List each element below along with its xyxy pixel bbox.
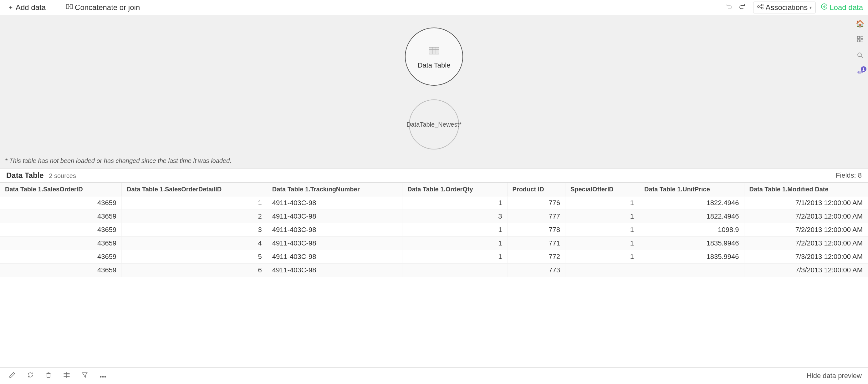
table-cell: 771 (507, 237, 565, 250)
svg-point-28 (104, 376, 106, 378)
table-cell: 1 (565, 237, 639, 250)
home-icon: 🏠 (856, 20, 864, 28)
associations-label: Associations (765, 3, 808, 12)
table-cell: 43659 (0, 250, 122, 264)
svg-line-15 (861, 56, 863, 58)
table-cell: 3 (402, 210, 507, 223)
svg-line-7 (760, 7, 761, 8)
table-cell: 1 (402, 250, 507, 264)
table-cell: 4911-403C-98 (267, 250, 402, 264)
svg-point-26 (100, 376, 102, 378)
table-cell: 4911-403C-98 (267, 196, 402, 210)
table-cell: 1835.9946 (639, 237, 744, 250)
svg-rect-20 (47, 374, 50, 378)
grid-icon-button[interactable] (854, 34, 866, 46)
table-cell: 7/3/2013 12:00:00 AM (744, 250, 868, 264)
split-tool-button[interactable] (61, 370, 72, 382)
load-data-icon (821, 3, 828, 11)
table-row: 4365914911-403C-98177611822.49467/1/2013… (0, 196, 868, 210)
preview-title-group: Data Table 2 sources (6, 171, 76, 180)
sources-badge: 2 sources (49, 172, 76, 179)
associations-button[interactable]: Associations ▾ (753, 2, 816, 13)
fields-count: Fields: 8 (836, 171, 862, 180)
table-cell: 776 (507, 196, 565, 210)
svg-rect-1 (70, 4, 72, 9)
hide-preview-button[interactable]: Hide data preview (807, 372, 862, 380)
table-cell: 7/2/2013 12:00:00 AM (744, 210, 868, 223)
svg-point-3 (757, 6, 760, 7)
table-cell: 3 (122, 223, 267, 237)
load-data-button[interactable]: Load data (821, 3, 863, 12)
table-cell: 1 (122, 196, 267, 210)
table-cell: 43659 (0, 210, 122, 223)
table-cell (402, 264, 507, 277)
col-header-orderqty: Data Table 1.OrderQty (402, 183, 507, 196)
svg-rect-0 (66, 4, 69, 9)
table-cell: 772 (507, 250, 565, 264)
table-cell: 1098.9 (639, 223, 744, 237)
table-cell: 1822.4946 (639, 196, 744, 210)
datatable-newest-node[interactable]: DataTable_Newest* (409, 99, 459, 150)
search-icon-button[interactable] (854, 50, 866, 63)
bottom-toolbar: Hide data preview (0, 367, 868, 384)
svg-rect-13 (861, 40, 863, 42)
table-cell: 777 (507, 210, 565, 223)
table-cell: 7/3/2013 12:00:00 AM (744, 264, 868, 277)
toolbar-left: ＋ Add data Concatenate or join (5, 2, 143, 13)
svg-marker-25 (82, 373, 87, 378)
chevron-down-icon: ▾ (809, 5, 812, 10)
preview-title: Data Table (6, 171, 44, 180)
col-header-modifieddate: Data Table 1.Modified Date (744, 183, 868, 196)
svg-rect-12 (857, 40, 860, 42)
undo-button[interactable] (723, 2, 735, 13)
table-cell (565, 264, 639, 277)
table-cell: 43659 (0, 237, 122, 250)
edit-badge-button-container: ✏ 1 (854, 66, 866, 79)
edit-tool-button[interactable] (6, 370, 18, 382)
undo-redo-group (723, 2, 748, 13)
table-cell: 4 (122, 237, 267, 250)
table-container[interactable]: Data Table 1.SalesOrderID Data Table 1.S… (0, 183, 868, 367)
home-icon-button[interactable]: 🏠 (854, 18, 866, 30)
svg-point-14 (858, 53, 861, 57)
associations-icon (757, 4, 764, 11)
notification-badge: 1 (861, 66, 866, 72)
filter-tool-button[interactable] (79, 370, 91, 382)
bottom-tools-group (6, 370, 109, 382)
datatable-newest-label: DataTable_Newest* (404, 119, 464, 131)
hide-preview-label: Hide data preview (807, 372, 862, 380)
svg-rect-10 (857, 36, 860, 38)
table-cell: 1 (565, 223, 639, 237)
table-cell: 1 (565, 250, 639, 264)
table-cell: 778 (507, 223, 565, 237)
table-cell: 1 (402, 237, 507, 250)
table-cell: 4911-403C-98 (267, 223, 402, 237)
svg-rect-11 (861, 36, 863, 38)
table-cell: 1 (402, 196, 507, 210)
refresh-tool-button[interactable] (24, 370, 36, 382)
svg-rect-16 (429, 47, 439, 54)
right-panel: 🏠 ✏ 1 (852, 15, 868, 168)
table-row: 4365944911-403C-98177111835.99467/2/2013… (0, 237, 868, 250)
table-cell: 43659 (0, 223, 122, 237)
table-cell: 43659 (0, 264, 122, 277)
table-cell: 1822.4946 (639, 210, 744, 223)
add-data-button[interactable]: ＋ Add data (5, 2, 48, 13)
add-data-label: Add data (16, 3, 46, 12)
data-table: Data Table 1.SalesOrderID Data Table 1.S… (0, 183, 868, 277)
table-row: 4365934911-403C-98177811098.97/2/2013 12… (0, 223, 868, 237)
data-preview-section: Data Table 2 sources Fields: 8 Data Tabl… (0, 168, 868, 384)
table-cell: 773 (507, 264, 565, 277)
warning-text: * This table has not been loaded or has … (5, 157, 231, 164)
more-tool-button[interactable] (97, 371, 109, 381)
concatenate-label: Concatenate or join (75, 3, 140, 12)
grid-icon (857, 36, 863, 44)
table-cell: 7/2/2013 12:00:00 AM (744, 223, 868, 237)
canvas-area: 🏠 ✏ 1 (0, 15, 868, 168)
delete-tool-button[interactable] (42, 370, 55, 382)
concatenate-button[interactable]: Concatenate or join (64, 2, 143, 13)
redo-button[interactable] (736, 2, 748, 13)
svg-point-5 (761, 7, 763, 9)
data-table-node[interactable]: Data Table (405, 28, 463, 86)
table-row: 4365964911-403C-987737/3/2013 12:00:00 A… (0, 264, 868, 277)
